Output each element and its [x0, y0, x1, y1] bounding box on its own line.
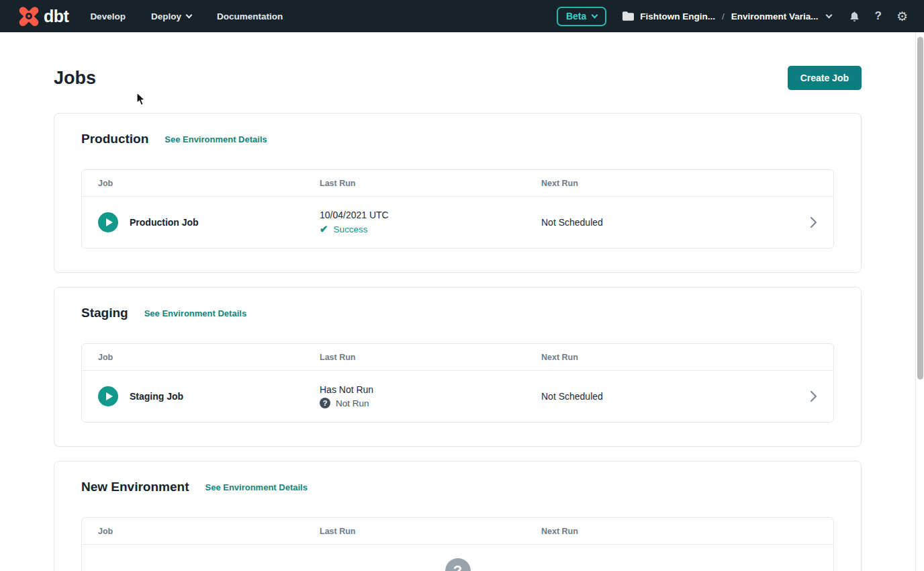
column-header-next-run: Next Run: [541, 353, 793, 362]
create-job-button[interactable]: Create Job: [788, 66, 862, 90]
table-header-row: Job Last Run Next Run: [82, 518, 833, 545]
help-icon[interactable]: ?: [875, 9, 882, 23]
environment-name: Production: [81, 130, 148, 148]
breadcrumb-separator: /: [722, 11, 725, 21]
column-header-job: Job: [98, 527, 320, 536]
jobs-table: Job Last Run Next Run Staging Job Has No…: [81, 343, 834, 423]
see-environment-details-link[interactable]: See Environment Details: [165, 134, 267, 144]
chevron-down-icon: [592, 11, 598, 18]
job-row-staging[interactable]: Staging Job Has Not Run ? Not Run Not Sc…: [82, 371, 833, 422]
column-header-last-run: Last Run: [320, 527, 541, 536]
chevron-right-icon[interactable]: [810, 390, 817, 402]
empty-state-row: ?: [82, 545, 833, 571]
column-header-last-run: Last Run: [320, 353, 541, 362]
settings-gear-icon[interactable]: ⚙: [896, 10, 908, 23]
run-job-play-button[interactable]: [98, 386, 118, 406]
jobs-table: Job Last Run Next Run ?: [81, 517, 834, 571]
dbt-logo-icon: [16, 3, 42, 29]
breadcrumb-page[interactable]: Environment Varia...: [731, 11, 819, 21]
folder-icon: [622, 11, 634, 21]
table-header-row: Job Last Run Next Run: [82, 344, 833, 371]
jobs-table: Job Last Run Next Run Production Job 10/…: [81, 169, 834, 249]
next-run-value: Not Scheduled: [541, 217, 793, 228]
nav-item-documentation[interactable]: Documentation: [217, 11, 283, 21]
play-icon: [106, 218, 113, 226]
vertical-scrollbar-track[interactable]: [915, 32, 924, 571]
check-icon: ✔: [320, 223, 328, 235]
status-badge: ✔ Success: [320, 223, 541, 235]
nav-item-deploy[interactable]: Deploy: [151, 11, 191, 21]
column-header-last-run: Last Run: [320, 179, 541, 188]
chevron-down-icon[interactable]: [825, 11, 832, 18]
beta-dropdown[interactable]: Beta: [557, 7, 606, 26]
last-run-date: 10/04/2021 UTC: [320, 210, 541, 220]
question-circle-icon: ?: [320, 398, 330, 408]
job-name: Production Job: [130, 217, 199, 228]
status-label: Not Run: [336, 398, 369, 408]
column-header-job: Job: [98, 353, 320, 362]
status-badge: ? Not Run: [320, 398, 541, 408]
top-nav: dbt Develop Deploy Documentation Beta Fi…: [0, 0, 924, 32]
table-header-row: Job Last Run Next Run: [82, 170, 833, 197]
environment-card-production: Production See Environment Details Job L…: [54, 113, 862, 273]
run-job-play-button[interactable]: [98, 212, 118, 232]
column-header-next-run: Next Run: [541, 527, 793, 536]
notifications-bell-icon[interactable]: [849, 10, 860, 23]
question-circle-icon: ?: [445, 558, 471, 571]
breadcrumb[interactable]: Fishtown Engin... / Environment Varia...: [622, 11, 831, 21]
page-title: Jobs: [54, 68, 96, 89]
nav-item-develop[interactable]: Develop: [90, 11, 126, 21]
next-run-value: Not Scheduled: [541, 391, 793, 402]
breadcrumb-account[interactable]: Fishtown Engin...: [640, 11, 715, 21]
column-header-next-run: Next Run: [541, 179, 793, 188]
last-run-date: Has Not Run: [320, 384, 541, 395]
status-label: Success: [334, 224, 368, 234]
play-icon: [106, 392, 113, 400]
chevron-right-icon[interactable]: [810, 216, 817, 228]
dbt-logo[interactable]: dbt: [16, 3, 68, 29]
vertical-scrollbar-thumb[interactable]: [917, 37, 923, 380]
job-row-production[interactable]: Production Job 10/04/2021 UTC ✔ Success …: [82, 197, 833, 248]
environment-name: New Environment: [81, 478, 189, 496]
jobs-page: Jobs Create Job Production See Environme…: [0, 66, 924, 571]
see-environment-details-link[interactable]: See Environment Details: [144, 308, 246, 318]
chevron-down-icon: [185, 11, 192, 18]
job-name: Staging Job: [130, 391, 183, 402]
see-environment-details-link[interactable]: See Environment Details: [205, 482, 307, 492]
environment-card-staging: Staging See Environment Details Job Last…: [54, 287, 862, 447]
environment-card-new-environment: New Environment See Environment Details …: [54, 461, 862, 571]
column-header-job: Job: [98, 179, 320, 188]
environment-name: Staging: [81, 304, 128, 322]
dbt-wordmark: dbt: [44, 7, 68, 26]
